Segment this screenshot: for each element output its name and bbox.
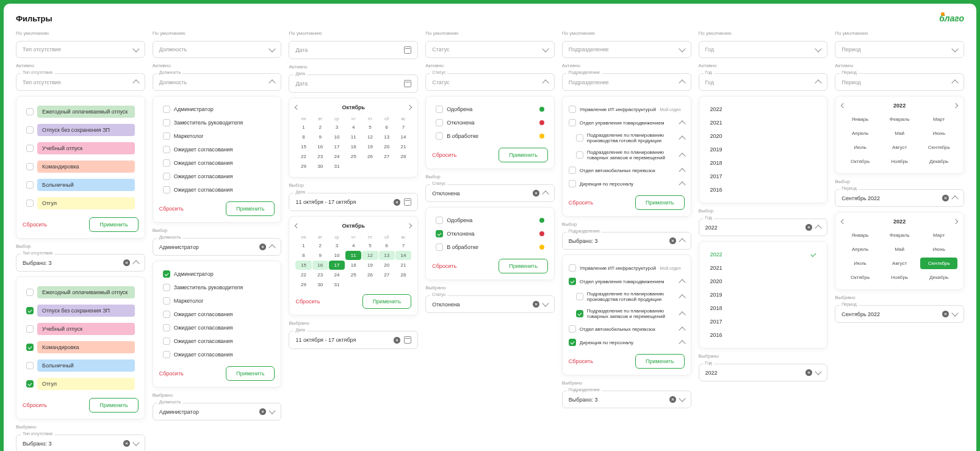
dept-option[interactable]: Отдел управления товародвижением	[569, 116, 685, 129]
checkbox[interactable]	[569, 119, 576, 126]
apply-button[interactable]: Применить	[499, 259, 548, 273]
role-option[interactable]: Маркетолог	[159, 294, 275, 308]
checkbox[interactable]	[26, 289, 34, 296]
status-select[interactable]: Статус	[425, 41, 555, 58]
checkbox[interactable]	[163, 351, 170, 358]
calendar-day[interactable]: 29	[295, 280, 311, 289]
chevron-up-icon[interactable]	[679, 327, 685, 333]
checkbox[interactable]	[163, 173, 170, 180]
prev-month-icon[interactable]	[295, 223, 300, 228]
month-option[interactable]: Февраль	[881, 114, 918, 125]
checkbox[interactable]	[436, 244, 443, 251]
date-select[interactable]: 11 октября - 17 октября	[289, 193, 418, 211]
checkbox[interactable]	[26, 362, 34, 369]
status-select[interactable]: Отклонена	[425, 184, 555, 202]
calendar-day[interactable]: 16	[312, 142, 328, 151]
month-option[interactable]: Июнь	[920, 128, 957, 139]
year-option[interactable]: 2021	[705, 116, 821, 129]
month-option[interactable]: Декабрь	[920, 156, 957, 167]
prev-month-icon[interactable]	[295, 105, 300, 110]
absence-type-select[interactable]: Тип отсутствия	[16, 73, 145, 91]
calendar-day[interactable]: 20	[379, 261, 395, 270]
absence-option[interactable]: Больничный	[23, 176, 139, 194]
calendar-day[interactable]: 5	[362, 123, 378, 132]
dept-option[interactable]: Дирекция по персоналу	[569, 336, 685, 349]
calendar-day[interactable]: 19	[362, 142, 378, 151]
checkbox[interactable]	[436, 119, 443, 126]
month-option[interactable]: Март	[920, 229, 957, 241]
year-select[interactable]: 2022	[699, 218, 828, 236]
checkbox[interactable]	[163, 297, 170, 305]
calendar-day[interactable]: 2	[312, 123, 328, 132]
next-month-icon[interactable]	[407, 223, 412, 228]
year-option[interactable]: 2020	[705, 129, 821, 143]
clear-icon[interactable]	[805, 224, 812, 231]
calendar-day[interactable]: 15	[295, 142, 311, 151]
role-option[interactable]: Администратор	[159, 103, 275, 116]
year-option[interactable]: 2019	[705, 288, 821, 301]
checkbox[interactable]	[576, 151, 583, 159]
reset-link[interactable]: Сбросить	[569, 200, 593, 206]
checkbox[interactable]	[163, 324, 170, 331]
month-option[interactable]: Октябрь	[841, 156, 879, 167]
checkbox[interactable]	[436, 106, 443, 113]
calendar-day[interactable]: 22	[295, 152, 311, 161]
dept-select[interactable]: Подразделение	[562, 73, 691, 91]
calendar-day[interactable]: 1	[295, 241, 311, 250]
absence-option[interactable]: Учебный отпуск	[23, 320, 139, 338]
apply-button[interactable]: Применить	[89, 398, 139, 413]
calendar-day[interactable]: 23	[312, 270, 328, 280]
role-option[interactable]: Ожидает согласования	[159, 156, 275, 170]
checkbox[interactable]	[569, 180, 576, 187]
absence-option[interactable]: Отгул	[23, 375, 139, 393]
checkbox[interactable]	[569, 278, 576, 285]
year-option[interactable]: 2017	[705, 170, 821, 183]
dept-option[interactable]: Дирекция по персоналу	[569, 177, 685, 190]
prev-year-icon[interactable]	[841, 103, 846, 108]
checkbox[interactable]	[26, 344, 34, 351]
month-option[interactable]: Октябрь	[841, 272, 879, 283]
role-option[interactable]: Ожидает согласования	[159, 348, 275, 361]
checkbox[interactable]	[163, 146, 170, 153]
year-select[interactable]: Год	[699, 73, 828, 91]
calendar-day[interactable]: 28	[395, 270, 411, 280]
dept-option[interactable]: Подразделение по планированию товарных з…	[569, 305, 685, 322]
absence-option[interactable]: Отгул	[23, 194, 139, 212]
chevron-up-icon[interactable]	[679, 340, 685, 347]
checkbox[interactable]	[576, 293, 583, 300]
calendar-day[interactable]: 23	[312, 152, 328, 161]
role-select[interactable]: Администратор	[153, 238, 282, 256]
checkbox[interactable]	[26, 380, 34, 388]
status-option[interactable]: В обработке	[432, 129, 548, 143]
dept-option[interactable]: Управление ИТ-инфраструктуройМой отдел	[569, 103, 685, 116]
status-option[interactable]: Одобрена	[432, 103, 548, 116]
checkbox[interactable]	[576, 310, 583, 317]
calendar-day[interactable]: 10	[329, 132, 345, 142]
checkbox[interactable]	[569, 264, 576, 272]
period-select[interactable]: Сентябрь 2022	[835, 189, 964, 207]
year-select[interactable]: Год	[699, 41, 828, 58]
calendar-day[interactable]: 19	[362, 261, 378, 270]
date-select[interactable]: Дата	[289, 74, 418, 93]
dept-option[interactable]: Отдел автомобильных перевозок	[569, 322, 685, 336]
month-option[interactable]: Июнь	[920, 244, 957, 255]
calendar-day[interactable]: 12	[362, 251, 378, 260]
absence-option[interactable]: Командировка	[23, 157, 139, 176]
clear-icon[interactable]	[942, 195, 949, 201]
checkbox[interactable]	[26, 145, 34, 152]
status-option[interactable]: Одобрена	[432, 214, 548, 227]
calendar-day[interactable]: 16	[312, 261, 328, 270]
apply-button[interactable]: Применить	[362, 294, 412, 309]
calendar-day[interactable]: 5	[362, 241, 378, 250]
status-select[interactable]: Отклонена	[425, 295, 555, 313]
year-option[interactable]: 2018	[705, 156, 821, 170]
checkbox[interactable]	[569, 167, 576, 174]
role-option[interactable]: Маркетолог	[159, 129, 275, 143]
checkbox[interactable]	[26, 200, 34, 207]
calendar-day[interactable]: 24	[329, 152, 345, 161]
reset-link[interactable]: Сбросить	[295, 298, 320, 305]
calendar-day[interactable]: 31	[329, 162, 345, 171]
calendar-day[interactable]: 6	[379, 123, 395, 132]
calendar-day[interactable]: 4	[345, 123, 361, 132]
month-option[interactable]: Январь	[841, 114, 879, 125]
